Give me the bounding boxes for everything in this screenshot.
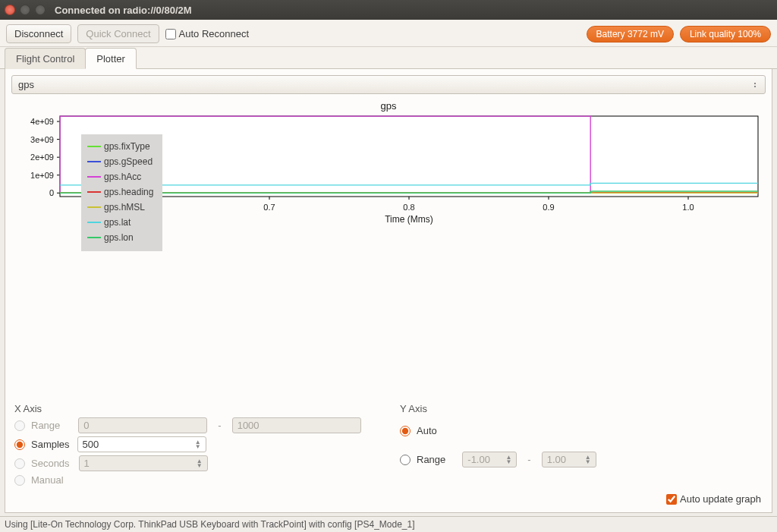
x-samples-radio[interactable] [14,439,25,450]
x-manual-radio [14,475,25,486]
svg-text:3e+09: 3e+09 [30,135,54,144]
x-range-max-input: 1000 [232,417,361,433]
y-range-label: Range [417,454,445,465]
x-samples-input[interactable]: 500 ▲▼ [77,436,206,452]
tab-plotter[interactable]: Plotter [85,48,137,69]
legend-item: gps.hMSL [87,200,153,215]
series-dropdown-value: gps [18,79,34,90]
legend: gps.fixTypegps.gSpeedgps.hAccgps.heading… [81,134,162,251]
x-range-label: Range [31,420,60,431]
y-range-min-input: -1.00 ▲▼ [462,452,517,467]
svg-text:0: 0 [49,188,54,197]
legend-item: gps.hAcc [87,169,153,184]
legend-item: gps.heading [87,184,153,200]
y-auto-label: Auto [417,425,437,436]
auto-update-input[interactable] [666,494,677,505]
svg-text:1.0: 1.0 [682,203,694,212]
quick-connect-button: Quick Connect [77,24,159,43]
legend-item: gps.fixType [87,139,153,154]
svg-text:0.9: 0.9 [543,203,554,212]
chevron-down-icon: ▼ [195,445,201,449]
plotter-panel: gps gps 01e+092e+093e+094e+090.60.70.80.… [5,69,772,513]
y-range-max-input: 1.00 ▲▼ [542,452,596,467]
y-axis-label: Y Axis [400,403,763,414]
maximize-icon[interactable] [35,5,46,15]
x-seconds-radio [14,458,25,469]
y-auto-radio[interactable] [400,426,411,436]
x-seconds-label: Seconds [31,458,70,469]
close-icon[interactable] [5,5,15,15]
legend-item: gps.lat [87,215,153,230]
auto-update-checkbox[interactable]: Auto update graph [666,493,761,505]
status-bar: Using [Lite-On Technology Corp. ThinkPad… [0,516,777,532]
svg-text:Time (Mms): Time (Mms) [385,214,433,225]
auto-reconnect-label: Auto Reconnect [179,28,250,39]
link-quality-indicator: Link quality 100% [680,26,771,42]
svg-text:0.7: 0.7 [263,203,275,212]
battery-indicator: Battery 3772 mV [587,26,674,42]
toolbar: Disconnect Quick Connect Auto Reconnect … [0,20,777,47]
svg-text:1e+09: 1e+09 [30,171,54,180]
x-seconds-input: 1 ▲▼ [79,455,208,471]
auto-reconnect-checkbox[interactable]: Auto Reconnect [165,28,250,39]
svg-text:0.8: 0.8 [403,203,414,212]
svg-text:2e+09: 2e+09 [30,153,54,162]
x-range-min-input: 0 [78,417,207,433]
window-title: Connected on radio://0/80/2M [55,5,192,16]
svg-text:4e+09: 4e+09 [30,117,54,126]
legend-item: gps.lon [87,230,153,245]
auto-update-label: Auto update graph [680,493,761,505]
axis-controls: X Axis Range 0 - 1000 Samples 500 ▲▼ Sec… [5,397,772,490]
auto-reconnect-input[interactable] [165,29,176,39]
tab-flight-control[interactable]: Flight Control [5,48,86,69]
minimize-icon[interactable] [20,5,30,15]
disconnect-button[interactable]: Disconnect [6,24,71,43]
x-range-radio [14,420,25,431]
x-manual-label: Manual [31,474,64,486]
tabs: Flight Control Plotter [0,47,777,69]
legend-item: gps.gSpeed [87,154,153,169]
x-axis-label: X Axis [14,403,377,414]
series-dropdown[interactable]: gps [11,75,766,94]
y-range-radio[interactable] [400,455,411,465]
plot-title: gps [13,100,764,112]
titlebar: Connected on radio://0/80/2M [0,0,777,20]
x-samples-label: Samples [31,439,70,450]
svg-rect-0 [60,116,758,197]
